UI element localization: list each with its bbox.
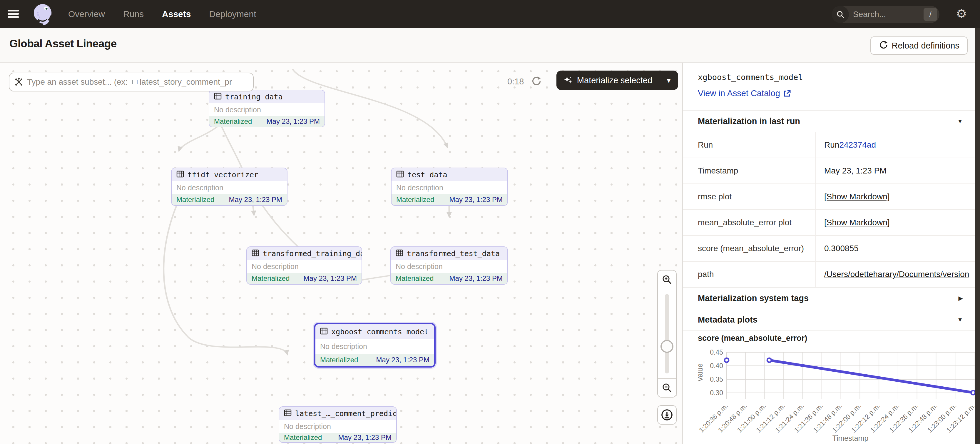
asset-description: No description — [251, 262, 299, 271]
page-header: Global Asset Lineage Reload definitions — [0, 28, 980, 63]
tab-assets[interactable]: Assets — [162, 9, 191, 19]
materialized-timestamp: May 23, 1:23 PM — [338, 433, 391, 442]
reload-definitions-button[interactable]: Reload definitions — [870, 37, 968, 55]
materialized-status: Materialized — [177, 196, 214, 204]
section-label: Materialization in last run — [698, 116, 800, 126]
asset-node-test-data[interactable]: test_data No description MaterializedMay… — [391, 168, 508, 206]
asset-node-transformed-training-data[interactable]: transformed_training_data No description… — [246, 247, 362, 285]
table-row: score (mean_absolute_error) 0.300855 — [683, 236, 975, 262]
row-label: Run — [683, 132, 815, 158]
asset-name: latest_…_comment_predictions — [295, 409, 397, 418]
asset-description: No description — [396, 183, 443, 192]
section-materialization-system-tags[interactable]: Materialization system tags ▶ — [683, 287, 975, 309]
asset-name: test_data — [407, 170, 447, 179]
table-row: Timestamp May 23, 1:23 PM — [683, 158, 975, 184]
asset-name: tfidf_vectorizer — [188, 170, 258, 179]
row-value: 0.300855 — [815, 236, 975, 261]
dagster-logo-icon[interactable] — [32, 2, 55, 27]
materialized-timestamp: May 23, 1:23 PM — [376, 356, 430, 364]
section-metadata-plots[interactable]: Metadata plots ▼ — [683, 309, 975, 331]
asset-description: No description — [320, 342, 367, 351]
asset-name: xgboost_comments_model — [331, 328, 429, 336]
section-label: Materialization system tags — [698, 293, 809, 303]
asset-graph-icon — [14, 77, 24, 87]
materialized-status: Materialized — [396, 274, 434, 283]
chevron-down-icon[interactable]: ▼ — [957, 118, 963, 125]
asset-lineage-canvas[interactable]: training_data No description Materialize… — [0, 63, 682, 444]
tab-deployment[interactable]: Deployment — [209, 9, 256, 19]
page-title: Global Asset Lineage — [10, 38, 117, 50]
search-shortcut-key: / — [924, 8, 937, 21]
refresh-icon[interactable] — [531, 76, 541, 88]
asset-subset-input[interactable] — [27, 77, 248, 87]
asset-node-transformed-test-data[interactable]: transformed_test_data No description Mat… — [390, 247, 508, 285]
svg-text:0.45: 0.45 — [710, 349, 723, 356]
asset-node-xgboost-comments-model[interactable]: xgboost_comments_model No description Ma… — [314, 323, 436, 368]
table-row: Run Run 242374ad — [683, 132, 975, 158]
zoom-slider[interactable] — [658, 289, 676, 379]
zoom-out-button[interactable] — [658, 379, 676, 397]
metadata-plot-title: score (mean_absolute_error) — [698, 334, 807, 343]
row-label: rmse plot — [683, 184, 815, 209]
table-icon — [214, 92, 222, 101]
materialized-timestamp: May 23, 1:23 PM — [304, 274, 357, 283]
row-value: May 23, 1:23 PM — [815, 158, 975, 183]
zoom-in-button[interactable] — [658, 271, 676, 289]
asset-node-training-data[interactable]: training_data No description Materialize… — [209, 90, 325, 127]
zoom-slider-handle[interactable] — [660, 340, 673, 353]
svg-text:0.40: 0.40 — [710, 362, 723, 369]
chevron-down-icon[interactable]: ▼ — [957, 317, 963, 323]
global-search[interactable]: / — [832, 6, 939, 23]
table-icon — [396, 249, 403, 258]
svg-text:Timestamp: Timestamp — [832, 434, 869, 442]
asset-name: transformed_test_data — [407, 249, 500, 258]
table-row: mean_absolute_error plot [Show Markdown] — [683, 210, 975, 236]
svg-text:0.30: 0.30 — [710, 389, 723, 397]
row-label: score (mean_absolute_error) — [683, 236, 815, 261]
materialize-selected-button[interactable]: Materialize selected ▾ — [557, 70, 678, 90]
settings-gear-icon[interactable]: ⚙ — [956, 6, 967, 21]
row-label: mean_absolute_error plot — [683, 210, 815, 235]
selected-asset-name: xgboost_comments_model — [698, 73, 803, 82]
run-prefix: Run — [824, 140, 839, 150]
external-link-icon — [783, 89, 791, 98]
section-materialization-last-run[interactable]: Materialization in last run ▼ — [683, 110, 975, 132]
materialized-status: Materialized — [214, 117, 252, 126]
run-id-link[interactable]: 242374ad — [839, 140, 876, 150]
reload-label: Reload definitions — [891, 41, 959, 51]
menu-icon[interactable] — [8, 8, 19, 20]
table-icon — [396, 170, 404, 179]
row-label: path — [683, 262, 815, 287]
path-link[interactable]: /Users/odetteharary/Documents/version — [824, 270, 969, 279]
search-input[interactable] — [849, 10, 924, 19]
svg-text:Value: Value — [698, 363, 704, 382]
view-in-asset-catalog-link[interactable]: View in Asset Catalog — [698, 89, 791, 98]
catalog-link-label: View in Asset Catalog — [698, 89, 780, 98]
search-icon — [832, 6, 849, 23]
asset-node-tfidf-vectorizer[interactable]: tfidf_vectorizer No description Material… — [171, 168, 288, 206]
asset-subset-filter[interactable] — [9, 73, 254, 91]
table-icon — [251, 249, 259, 258]
tab-runs[interactable]: Runs — [123, 9, 144, 19]
asset-details-panel: xgboost_comments_model View in Asset Cat… — [682, 63, 975, 444]
nav-tabs: Overview Runs Assets Deployment — [68, 0, 256, 28]
asset-name: transformed_training_data — [263, 249, 362, 258]
chevron-right-icon[interactable]: ▶ — [959, 294, 963, 302]
sparkle-icon — [563, 75, 573, 85]
show-markdown-link[interactable]: [Show Markdown] — [824, 192, 890, 201]
show-markdown-link[interactable]: [Show Markdown] — [824, 218, 890, 227]
materialized-timestamp: May 23, 1:23 PM — [449, 274, 503, 283]
top-nav-bar: Overview Runs Assets Deployment / ⚙ — [0, 0, 980, 28]
materialized-timestamp: May 23, 1:23 PM — [267, 117, 320, 126]
materialize-dropdown-caret[interactable]: ▾ — [659, 76, 678, 85]
score-line-chart: 0.450.400.350.301:20:36 p.m.1:20:48 p.m.… — [698, 345, 975, 443]
tab-overview[interactable]: Overview — [68, 9, 105, 19]
zoom-controls — [657, 270, 677, 398]
zoom-slider-track[interactable] — [665, 294, 669, 374]
window-edge-strip — [975, 28, 980, 444]
download-image-button[interactable] — [657, 405, 677, 425]
asset-node-latest-comment-predictions[interactable]: latest_…_comment_predictions No descript… — [278, 406, 397, 443]
refresh-countdown: 0:18 — [508, 77, 524, 86]
asset-description: No description — [284, 422, 331, 431]
materialized-status: Materialized — [396, 196, 434, 204]
